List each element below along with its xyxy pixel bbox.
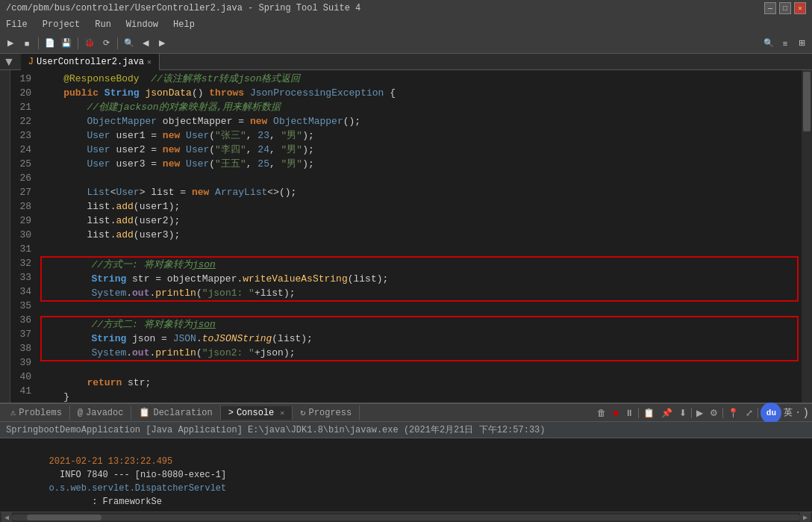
tab-declaration[interactable]: 📋 Declaration [131, 406, 220, 420]
str-man3: "男" [281, 157, 303, 171]
class-user6: User [186, 157, 209, 171]
toolbar-menu-button[interactable]: ≡ [778, 36, 793, 51]
code-line-22: ObjectMapper objectMapper = new ObjectMa… [37, 114, 802, 128]
hscroll-thumb[interactable] [27, 515, 102, 521]
toolbar-save-button[interactable]: 💾 [59, 36, 74, 51]
str-man: "男" [281, 128, 303, 143]
str-lisi: "李四" [215, 143, 246, 157]
toolbar-new-button[interactable]: 📄 [43, 36, 57, 51]
console-stop-button[interactable]: ■ [610, 407, 620, 419]
line-number: 33 [13, 270, 31, 285]
line-number: 30 [13, 228, 31, 242]
menu-item-file[interactable]: File [3, 18, 31, 31]
collapse-sidebar-button[interactable]: ▼ [3, 56, 15, 68]
toolbar-next-button[interactable]: ▶ [154, 36, 169, 51]
editor-tabs: ▼ J UserController2.java ✕ [0, 54, 812, 70]
method-add1: add [116, 199, 133, 214]
class-user: User [87, 128, 110, 143]
close-button[interactable]: ✕ [794, 2, 806, 14]
code-content[interactable]: @ResponseBody //该注解将str转成json格式返回 public… [37, 70, 802, 403]
tab-problems[interactable]: ⚠ Problems [3, 406, 70, 420]
console-paste-button[interactable]: 📌 [659, 407, 675, 419]
console-output[interactable]: 2021-02-21 13:23:22.495 INFO 7840 --- [n… [0, 438, 812, 512]
window-controls[interactable]: — □ ✕ [764, 2, 806, 14]
console-launch-button[interactable]: ▶ [694, 407, 705, 419]
toolbar-debug-button[interactable]: 🐞 [82, 36, 97, 51]
class-user5: User [87, 157, 110, 171]
console-pin-button[interactable]: 📍 [725, 407, 741, 419]
code-line-21: //创建jackson的对象映射器,用来解析数据 [37, 100, 802, 114]
code-line-39 [37, 361, 802, 376]
method-add3: add [116, 228, 133, 242]
keyword-string: String [104, 86, 140, 100]
menu-item-project[interactable]: Project [40, 18, 83, 31]
line-number: 24 [13, 143, 31, 157]
num-24: 24 [257, 143, 269, 157]
keyword-string2: String [91, 272, 126, 286]
console-horizontal-scrollbar[interactable]: ◀ ▶ [0, 512, 812, 522]
javadoc-icon: @ [78, 408, 83, 418]
console-scroll-button[interactable]: ⬇ [677, 407, 689, 419]
code-line-24: User user2 = new User("李四", 24, "男"); [37, 143, 802, 157]
tab-progress[interactable]: ↻ Progress [293, 406, 360, 420]
code-line-19: @ResponseBody //该注解将str转成json格式返回 [37, 72, 802, 86]
keyword-throws: throws [209, 86, 244, 100]
tab-progress-label: Progress [309, 408, 352, 418]
minimize-button[interactable]: — [764, 2, 776, 14]
problems-icon: ⚠ [10, 407, 16, 418]
console-settings-button[interactable]: ⚙ [708, 407, 720, 419]
toolbar-search-button[interactable]: 🔍 [122, 36, 137, 51]
keyword-new5: new [192, 185, 209, 199]
keyword-new3: new [163, 143, 180, 157]
toolbar-separator [38, 37, 39, 49]
num-23: 23 [257, 128, 269, 143]
toolbar-sep4 [758, 408, 758, 418]
menu-bar: File Project Run Window Help [0, 16, 812, 33]
toolbar-search-right-button[interactable]: 🔍 [761, 36, 776, 51]
console-app-header: SpringbootDemoApplication [Java Applicat… [0, 422, 812, 438]
annotation: @ResponseBody [63, 72, 139, 86]
console-expand-button[interactable]: ⤢ [743, 407, 755, 419]
line-number: 31 [13, 242, 31, 256]
line-number: 26 [13, 171, 31, 185]
editor-tab-usercontroller2[interactable]: J UserController2.java ✕ [21, 54, 160, 70]
line-numbers: 19 20 21 22 23 24 25 26 27 28 29 30 31 3… [10, 70, 37, 403]
toolbar-grid-button[interactable]: ⊞ [794, 36, 809, 51]
hscroll-left-button[interactable]: ◀ [1, 512, 12, 523]
scrollbar-thumb[interactable] [803, 72, 811, 131]
toolbar-run-button[interactable]: ▶ [3, 36, 18, 51]
annotations-gutter [0, 70, 10, 403]
toolbar-refresh-button[interactable]: ⟳ [99, 36, 113, 51]
tab-console[interactable]: > Console ✕ [221, 406, 293, 420]
code-line-29: list.add(user2); [37, 214, 802, 228]
comment-36: //方式二: 将对象转为json [91, 317, 215, 332]
menu-item-window[interactable]: Window [123, 18, 161, 31]
toolbar-prev-button[interactable]: ◀ [138, 36, 153, 51]
class-user2: User [186, 128, 209, 143]
menu-item-help[interactable]: Help [170, 18, 198, 31]
toolbar: ▶ ■ 📄 💾 🐞 ⟳ 🔍 ◀ ▶ 🔍 ≡ ⊞ [0, 33, 812, 54]
code-line-25: User user3 = new User("王五", 25, "男"); [37, 157, 802, 171]
method-writevalue: writeValueAsString [243, 272, 347, 286]
line-number: 20 [13, 86, 31, 100]
num-25: 25 [257, 157, 269, 171]
code-line-30: list.add(user3); [37, 228, 802, 242]
str-man2: "男" [281, 143, 303, 157]
toolbar-sep2 [691, 408, 692, 418]
tab-close-button[interactable]: ✕ [147, 58, 152, 66]
maximize-button[interactable]: □ [779, 2, 791, 14]
tab-javadoc[interactable]: @ Javadoc [70, 406, 132, 420]
hscroll-right-button[interactable]: ▶ [800, 512, 811, 523]
console-copy-button[interactable]: 📋 [641, 407, 657, 419]
editor-vertical-scrollbar[interactable] [802, 70, 812, 403]
console-pause-button[interactable]: ⏸ [622, 407, 636, 419]
menu-item-run[interactable]: Run [92, 18, 114, 31]
line-number: 36 [13, 313, 31, 327]
toolbar-stop-button[interactable]: ■ [19, 36, 34, 51]
class-jsonprocexception: JsonProcessingException [250, 86, 384, 100]
method-tojsonstring: toJSONString [202, 332, 272, 346]
console-close-icon[interactable]: ✕ [280, 408, 284, 417]
console-clear-button[interactable]: 🗑 [595, 407, 608, 419]
window-title: /com/pbm/bus/controller/UserController2.… [6, 3, 764, 13]
line-number: 23 [13, 128, 31, 143]
